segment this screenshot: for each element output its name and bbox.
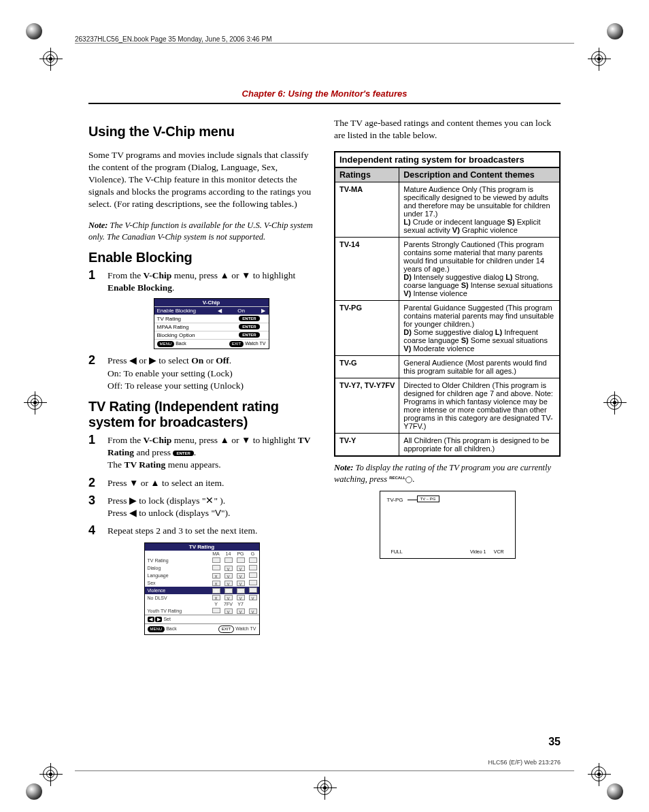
- crop-sphere: [607, 23, 623, 39]
- osd-box: [212, 565, 220, 570]
- text: or: [229, 270, 242, 280]
- text: .: [194, 447, 196, 457]
- osd-col: PG: [235, 551, 247, 557]
- page-number: 35: [548, 736, 561, 748]
- osd-cell: V: [247, 607, 259, 615]
- theme-code: V): [403, 289, 413, 297]
- osd-cell: X: [210, 587, 222, 594]
- text: menu appears.: [165, 459, 220, 470]
- enter-pill: ENTER: [239, 316, 259, 321]
- rating-desc: All Children (This program is designed t…: [399, 433, 560, 456]
- col-ratings: Ratings: [335, 167, 399, 182]
- osd-box: [249, 557, 257, 563]
- up-arrow-icon: ▲: [220, 435, 229, 445]
- heading-enable-blocking: Enable Blocking: [88, 250, 315, 265]
- theme-code: S): [507, 218, 517, 226]
- osd-cell: V: [235, 607, 247, 615]
- text: to select an item.: [160, 478, 224, 488]
- rating-desc: Parents Strongly Cautioned (This program…: [399, 237, 560, 300]
- note-label: Note:: [334, 463, 353, 472]
- step-2: Press ▼ or ▲ to select an item.: [88, 477, 315, 489]
- osd-row: No DLSVXVVV: [145, 594, 259, 601]
- osd-box: X: [212, 595, 220, 600]
- osd-row: DialogVV: [145, 564, 259, 572]
- recall-label: RECALL: [389, 476, 405, 480]
- rating-desc: Directed to Older Children (This program…: [399, 378, 560, 433]
- osd-box: V: [224, 566, 233, 571]
- up-arrow-icon: ▲: [220, 270, 229, 280]
- text: to highlight: [250, 435, 297, 445]
- tv-source: Video 1: [470, 549, 486, 554]
- theme-code: V): [403, 344, 413, 353]
- table-row: TV-Y7, TV-Y7FVDirected to Older Children…: [335, 378, 560, 433]
- osd-box: V: [224, 573, 233, 579]
- recall-button-icon: [405, 476, 412, 483]
- theme-code: L): [495, 328, 504, 336]
- text: " ).: [214, 496, 225, 506]
- osd-box: [249, 587, 257, 593]
- osd-box: [212, 608, 220, 613]
- osd-cell: [210, 607, 222, 615]
- osd-footer-2: MENU Back EXIT Watch TV: [145, 623, 259, 634]
- crop-sphere: [607, 783, 623, 800]
- menu-name: TV Rating: [124, 459, 165, 470]
- steps-enable: From the V-Chip menu, press ▲ or ▼ to hi…: [88, 270, 315, 392]
- osd-box: V: [237, 588, 245, 594]
- note-recall: Note: To display the rating of the TV pr…: [334, 462, 561, 485]
- table-row: TV-14Parents Strongly Cautioned (This pr…: [335, 237, 560, 300]
- text: Off: To release your setting (Unlock): [107, 380, 244, 391]
- osd-box: [249, 580, 257, 585]
- exit-pill: EXIT: [229, 341, 244, 347]
- osd-box: X: [212, 581, 220, 586]
- body-columns: Using the V-Chip menu Some TV programs a…: [88, 117, 561, 724]
- theme-code: L): [505, 273, 514, 281]
- menu-pill: MENU: [157, 341, 175, 347]
- osd-col: [145, 551, 210, 557]
- text: Watch TV: [235, 627, 256, 632]
- rating-label: TV-PG: [387, 497, 403, 503]
- osd-box: [249, 572, 257, 578]
- text: Press: [107, 508, 129, 518]
- chapter-title: Chapter 6: Using the Monitor's features: [88, 88, 561, 104]
- osd-key: Dialog: [145, 564, 210, 572]
- rating-chip: TV – PG: [417, 496, 439, 502]
- osd-cell: X: [210, 572, 222, 579]
- osd-box: V: [224, 588, 233, 594]
- theme-code: S): [461, 281, 471, 289]
- table-row: TV-GGeneral Audience (Most parents would…: [335, 355, 560, 378]
- tv-preview-box: TV-PG TV – PG FULL Video 1 VCR: [380, 491, 516, 559]
- enter-button-icon: ENTER: [173, 451, 193, 456]
- osd-box: V: [224, 608, 233, 614]
- osd-col: Y: [210, 601, 222, 607]
- theme-code: V): [452, 226, 462, 234]
- note-label: Note:: [88, 221, 107, 230]
- osd-cell: V: [247, 594, 259, 601]
- right-arrow-icon: ▶: [129, 496, 137, 506]
- heading-vchip: Using the V-Chip menu: [88, 124, 315, 140]
- text: to unlock (displays ": [137, 508, 215, 518]
- left-arrow-icon: ◀: [217, 308, 222, 314]
- osd-box: [237, 557, 245, 563]
- osd-key: Youth TV Rating: [145, 607, 210, 615]
- paragraph-intro: The TV age-based ratings and content the…: [334, 117, 561, 142]
- down-arrow-icon: ▼: [242, 435, 250, 445]
- text: Press: [107, 355, 129, 366]
- registration-mark: [27, 395, 42, 410]
- registration-mark: [607, 395, 622, 410]
- osd-cell: [210, 557, 222, 564]
- osd-key: Blocking Option: [157, 332, 231, 338]
- step-4: Repeat steps 2 and 3 to set the next ite…: [88, 525, 315, 537]
- theme-code: D): [403, 328, 414, 336]
- osd-value: ENTER: [233, 324, 266, 330]
- osd-row: ViolenceXVV: [145, 587, 259, 594]
- rating-key: TV-Y7, TV-Y7FV: [335, 378, 399, 433]
- menu-pill: MENU: [148, 626, 165, 632]
- osd-key: Language: [145, 572, 210, 579]
- osd-box: V: [237, 608, 245, 614]
- osd-key: Violence: [145, 587, 210, 594]
- osd-cell: V: [235, 587, 247, 594]
- osd-cell: [222, 557, 235, 564]
- osd-key: TV Rating: [157, 316, 231, 322]
- osd-title: TV Rating: [145, 543, 259, 551]
- crop-sphere: [26, 783, 42, 800]
